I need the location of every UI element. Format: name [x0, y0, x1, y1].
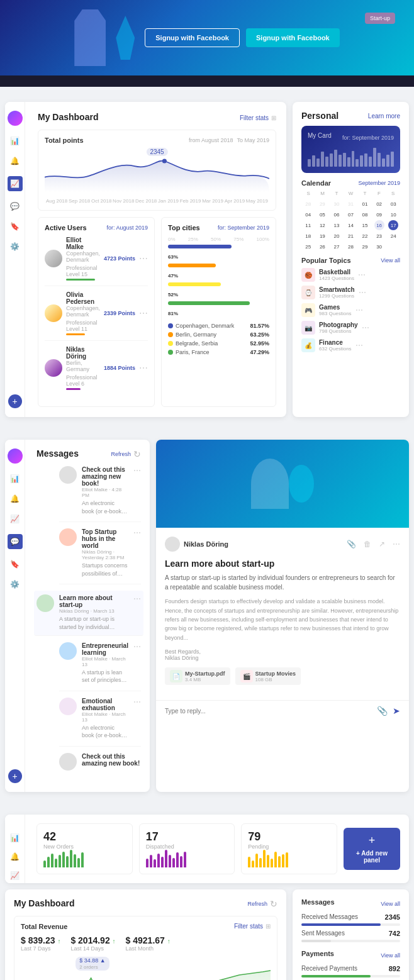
- cal-day[interactable]: 19: [317, 231, 327, 241]
- cal-day[interactable]: 02: [374, 199, 384, 209]
- dots-menu[interactable]: ⋯: [133, 698, 141, 740]
- cal-day[interactable]: 06: [332, 209, 342, 220]
- send-icon[interactable]: ➤: [393, 706, 400, 716]
- dots-menu[interactable]: ⋯: [139, 253, 148, 264]
- dots-menu[interactable]: ⋯: [139, 308, 148, 318]
- city-bar: [168, 245, 232, 248]
- dots-menu[interactable]: ⋯: [359, 288, 366, 297]
- dots-menu[interactable]: ⋯: [355, 306, 363, 315]
- attach-reply-icon[interactable]: 📎: [377, 706, 388, 716]
- cal-day[interactable]: 24: [388, 231, 398, 241]
- dots-menu[interactable]: ⋯: [133, 594, 141, 631]
- refresh-icon[interactable]: ↻: [133, 449, 141, 459]
- cal-day[interactable]: 11: [303, 220, 313, 230]
- refresh-shop-btn[interactable]: Refresh: [247, 901, 267, 907]
- add-panel-button[interactable]: + + Add new panel: [344, 828, 400, 870]
- sidebar-icon-bell[interactable]: 🔔: [10, 852, 20, 861]
- sidebar-add-btn[interactable]: +: [8, 769, 22, 783]
- view-all-topics-link[interactable]: View all: [381, 257, 400, 264]
- cal-day[interactable]: 03: [388, 199, 398, 209]
- dots-menu[interactable]: ⋯: [358, 270, 366, 279]
- cal-day[interactable]: 09: [374, 209, 384, 220]
- filter-icon2[interactable]: ⊞: [266, 923, 271, 930]
- list-item[interactable]: Learn more about start-up Niklas Döring …: [34, 591, 143, 635]
- dots-menu[interactable]: ⋯: [133, 528, 141, 577]
- sidebar-icon-chart2[interactable]: 📈: [10, 514, 20, 524]
- view-all-messages-link[interactable]: View all: [381, 901, 400, 907]
- cal-day[interactable]: 31: [345, 199, 355, 209]
- cal-day[interactable]: 20: [332, 231, 342, 241]
- list-item[interactable]: Top Startup hubs in the world Niklas Dör…: [59, 528, 141, 584]
- reply-input[interactable]: [165, 708, 372, 715]
- cal-day[interactable]: 05: [317, 209, 327, 220]
- dots-menu[interactable]: ⋯: [133, 642, 141, 684]
- cal-day[interactable]: 23: [374, 231, 384, 241]
- cal-day[interactable]: 30: [332, 199, 342, 209]
- sidebar-icon-gear[interactable]: ⚙️: [10, 242, 20, 252]
- filter-stats-link[interactable]: Filter stats: [240, 114, 269, 121]
- cal-day[interactable]: 21: [345, 231, 355, 241]
- cal-day[interactable]: 29: [360, 242, 370, 252]
- attachment-item[interactable]: 🎬 Startup Movies 108 GB: [235, 667, 301, 685]
- sidebar-icon-chart-active[interactable]: 📈: [8, 176, 23, 191]
- cal-day[interactable]: 28: [345, 242, 355, 252]
- list-item[interactable]: Check out this amazing new book!: [59, 753, 141, 777]
- sidebar-icon-chart[interactable]: 📊: [10, 474, 20, 484]
- cal-day[interactable]: 28: [303, 199, 313, 209]
- cal-day[interactable]: 27: [332, 242, 342, 252]
- dots-menu[interactable]: ⋯: [393, 540, 400, 548]
- cal-day[interactable]: 22: [360, 231, 370, 241]
- cal-day[interactable]: 08: [360, 209, 370, 220]
- sidebar-icon-bookmark[interactable]: 🔖: [10, 559, 20, 569]
- sidebar-icon-gear[interactable]: ⚙️: [10, 579, 20, 589]
- cal-day[interactable]: 13: [332, 220, 342, 230]
- cal-day[interactable]: 30: [374, 242, 384, 252]
- cal-day[interactable]: 12: [317, 220, 327, 230]
- list-item: Copenhagen, Denmark 81.57%: [168, 323, 269, 329]
- sidebar-icon-chart[interactable]: 📊: [10, 833, 20, 842]
- learn-more-link[interactable]: Learn more: [368, 113, 400, 120]
- avatar: [45, 304, 62, 322]
- cal-day[interactable]: 25: [303, 242, 313, 252]
- topic-info: Finance 632 Questions: [319, 339, 352, 352]
- cal-day[interactable]: 10: [388, 209, 398, 220]
- sidebar-icon-bell[interactable]: 🔔: [10, 494, 20, 504]
- sidebar-icon-chart2[interactable]: 📈: [10, 871, 20, 880]
- cal-day[interactable]: 01: [360, 199, 370, 209]
- sidebar-icon-bookmark[interactable]: 🔖: [10, 221, 20, 231]
- view-all-payments-link[interactable]: View all: [381, 952, 400, 959]
- dots-menu[interactable]: ⋯: [139, 363, 148, 373]
- filter-stats-link2[interactable]: Filter stats: [234, 923, 263, 930]
- share-icon[interactable]: ↗: [379, 540, 385, 548]
- list-item[interactable]: Entrepreneurial learning Elliot Malke · …: [59, 642, 141, 691]
- signup-fb-btn-1[interactable]: Signup with Facebook: [145, 28, 240, 47]
- sidebar-add-btn[interactable]: +: [8, 394, 22, 408]
- sidebar-icon-bell[interactable]: 🔔: [10, 156, 20, 166]
- dots-menu[interactable]: ⋯: [355, 341, 363, 350]
- refresh-btn[interactable]: Refresh: [111, 451, 131, 457]
- cal-day[interactable]: 26: [317, 242, 327, 252]
- dots-menu[interactable]: ⋯: [133, 466, 141, 515]
- list-item: Paris, France 47.29%: [168, 349, 269, 355]
- cal-day[interactable]: 15: [360, 220, 370, 230]
- cal-day[interactable]: 18: [303, 231, 313, 241]
- sidebar-icon-message[interactable]: 💬: [10, 201, 20, 211]
- cal-day-today[interactable]: 17: [388, 220, 398, 230]
- sidebar-icon-message-active[interactable]: 💬: [8, 534, 23, 549]
- cal-day[interactable]: 14: [345, 220, 355, 230]
- trash-icon[interactable]: 🗑: [364, 540, 371, 548]
- cal-day[interactable]: 04: [303, 209, 313, 220]
- sidebar-icon-chart[interactable]: 📊: [10, 136, 20, 146]
- list-item[interactable]: Emotional exhaustion Elliot Malke · Marc…: [59, 698, 141, 747]
- cal-day[interactable]: 16: [374, 220, 384, 230]
- cal-day[interactable]: 07: [345, 209, 355, 220]
- dots-menu[interactable]: ⋯: [362, 323, 369, 332]
- signup-fb-btn-2[interactable]: Signup with Facebook: [246, 28, 340, 47]
- filter-icon[interactable]: ⊞: [271, 114, 276, 121]
- list-item[interactable]: Check out this amazing new book! Elliot …: [59, 466, 141, 522]
- refresh-icon[interactable]: ↻: [270, 899, 277, 909]
- cal-day[interactable]: 29: [317, 199, 327, 209]
- attach-icon[interactable]: 📎: [347, 540, 356, 548]
- list-item: 📷 Photography 798 Questions ⋯: [301, 321, 400, 335]
- attachment-item[interactable]: 📄 My-Startup.pdf 3.4 MB: [165, 667, 230, 685]
